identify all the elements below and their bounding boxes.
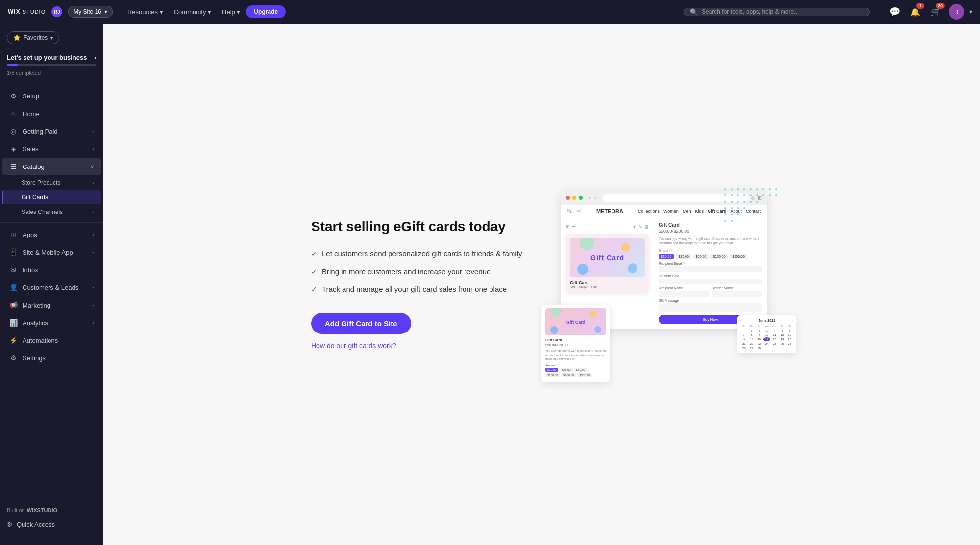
search-bar[interactable]: 🔍 (684, 8, 870, 16)
detail-desc: You can't go wrong with a gift card. Cho… (659, 237, 762, 246)
quick-access-button[interactable]: ⚙ Quick Access (7, 518, 96, 531)
sidebar-item-getting-paid[interactable]: ◎ Getting Paid › (2, 123, 101, 140)
store-search-icons: 🔍 🛒 (567, 209, 582, 213)
product-card-large: Gift Card Gift Card $50.00-$200.00 (566, 234, 649, 293)
sidebar-item-settings[interactable]: ⚙ Settings (2, 350, 101, 366)
topnav-icons: 💬 🔔 1 🛒 20 R ▾ (882, 4, 972, 20)
gift-message-label: Gift Message (659, 299, 762, 302)
sidebar-item-setup[interactable]: ⚙ Setup (2, 88, 101, 104)
amount-opt[interactable]: $100.00 (710, 254, 728, 259)
sidebar-item-analytics[interactable]: 📊 Analytics › (2, 314, 101, 331)
add-gift-card-button[interactable]: Add Gift Card to Site (311, 313, 411, 334)
wix-logo: WIX STUDIO (8, 8, 46, 15)
sidebar-item-site-mobile[interactable]: 📱 Site & Mobile App › (2, 244, 101, 261)
calendar-month-title: June 2021 (759, 319, 775, 322)
gift-card-visual-large: Gift Card (570, 238, 645, 277)
chevron-right-icon: › (92, 146, 94, 152)
automations-icon: ⚡ (9, 336, 18, 344)
sidebar-item-automations[interactable]: ⚡ Automations (2, 332, 101, 349)
sidebar-top: ⭐ Favorites ▾ (0, 24, 103, 48)
product-card-title: Gift Card (570, 280, 645, 285)
help-link[interactable]: Help ▾ (217, 5, 245, 19)
sidebar-item-gift-cards[interactable]: Gift Cards (2, 190, 101, 204)
community-link[interactable]: Community ▾ (169, 5, 216, 19)
chat-button[interactable]: 💬 (887, 4, 903, 20)
cal-prev-icon[interactable]: ‹ (740, 318, 742, 323)
apps-icon: ⊞ (9, 231, 18, 238)
upgrade-button[interactable]: Upgrade (246, 5, 286, 18)
chevron-right-icon: › (92, 320, 94, 326)
sidebar-item-sales-channels[interactable]: Sales Channels › (2, 205, 101, 219)
svg-point-9 (724, 194, 726, 196)
recipient-name-group: Recipient Name (659, 286, 709, 299)
sidebar-item-customers-leads[interactable]: 👤 Customers & Leads › (2, 279, 101, 296)
store-detail: Gift Card $50.00-$200.00 You can't go wr… (654, 217, 767, 330)
favorites-button[interactable]: ⭐ Favorites ▾ (7, 31, 59, 44)
user-avatar[interactable]: R (949, 4, 964, 20)
amount-options: $10.00 $25.00 $50.00 $100.00 $200.00 (659, 254, 762, 259)
svg-point-8 (775, 188, 777, 190)
marketing-icon: 📢 (9, 301, 18, 309)
sidebar-item-home[interactable]: ⌂ Home (2, 105, 101, 122)
svg-point-17 (775, 194, 777, 196)
sidebar-item-marketing[interactable]: 📢 Marketing › (2, 297, 101, 313)
cal-next-icon[interactable]: › (792, 318, 793, 323)
site-selector[interactable]: My Site 16 ▾ (68, 6, 113, 18)
how-gift-cards-link[interactable]: How do our gift cards work? (311, 342, 527, 350)
notifications-button[interactable]: 🔔 1 (907, 4, 923, 20)
amount-label: Amount * (659, 249, 762, 252)
sidebar-item-catalog[interactable]: ☰ Catalog ∨ (2, 158, 101, 175)
search-input[interactable] (702, 8, 863, 15)
recipient-name-field (659, 291, 709, 297)
svg-point-32 (731, 220, 733, 222)
gift-card-text: Start selling eGift cards today ✓ Let cu… (311, 219, 527, 350)
amount-opt[interactable]: $50.00 (693, 254, 709, 259)
svg-point-20 (737, 201, 739, 203)
detail-price: $50.00-$200.00 (659, 229, 762, 234)
sidebar-item-apps[interactable]: ⊞ Apps › (2, 226, 101, 243)
svg-point-0 (724, 188, 726, 190)
settings-icon: ⚙ (9, 354, 18, 362)
inbox-icon: ✉ (9, 266, 18, 274)
catalog-icon: ☰ (9, 163, 18, 170)
home-icon: ⌂ (9, 110, 18, 118)
calendar-overlay: ‹ June 2021 › Su Mo Tu We Th Fr Sa (737, 315, 796, 353)
amount-opt[interactable]: $200.00 (730, 254, 747, 259)
float-amount-opt: $100.00 (545, 373, 560, 377)
deco-circle-4 (628, 263, 637, 273)
chevron-right-icon: › (92, 128, 94, 134)
sidebar-item-sales[interactable]: ◈ Sales › (2, 141, 101, 157)
svg-point-11 (737, 194, 739, 196)
amount-opt-selected[interactable]: $10.00 (659, 254, 674, 259)
sidebar-item-label: Home (23, 110, 40, 118)
chevron-right-icon: › (92, 284, 94, 290)
float-card-image: Gift Card (545, 308, 606, 335)
chevron-right-icon: › (94, 54, 96, 61)
site-name: My Site 16 (74, 8, 101, 15)
sidebar-item-inbox[interactable]: ✉ Inbox (2, 261, 101, 278)
sidebar-item-store-products[interactable]: Store Products › (2, 176, 101, 190)
name-fields-row: Recipient Name Sender Name (659, 286, 762, 299)
calendar-header: ‹ June 2021 › (740, 318, 793, 323)
sidebar-item-label: Marketing (23, 302, 50, 309)
float-card-amounts-2: $100.00 $200.00 $500.00 (545, 373, 606, 377)
browser-minimize-dot (572, 196, 576, 200)
svg-point-18 (724, 201, 726, 203)
cart-button[interactable]: 🛒 20 (928, 4, 944, 20)
cart-small-icon: 🛒 (576, 209, 582, 213)
user-avatar-small[interactable]: RJ (51, 6, 62, 17)
svg-point-4 (750, 188, 752, 190)
user-chevron-icon[interactable]: ▾ (969, 8, 972, 15)
getting-paid-icon: ◎ (9, 127, 18, 135)
sidebar-divider-2 (0, 222, 103, 223)
business-setup-toggle[interactable]: Let's set up your business › (7, 54, 96, 61)
sidebar-divider-1 (0, 84, 103, 84)
sidebar-item-label: Settings (23, 355, 46, 362)
svg-point-29 (731, 213, 733, 215)
chevron-icon: ▾ (50, 35, 53, 41)
float-card-text: Gift Card (566, 320, 586, 325)
amount-opt[interactable]: $25.00 (676, 254, 691, 259)
resources-link[interactable]: Resources ▾ (122, 5, 168, 19)
feature-item: ✓ Track and manage all your gift card sa… (311, 284, 527, 295)
progress-bar-fill (7, 64, 18, 66)
